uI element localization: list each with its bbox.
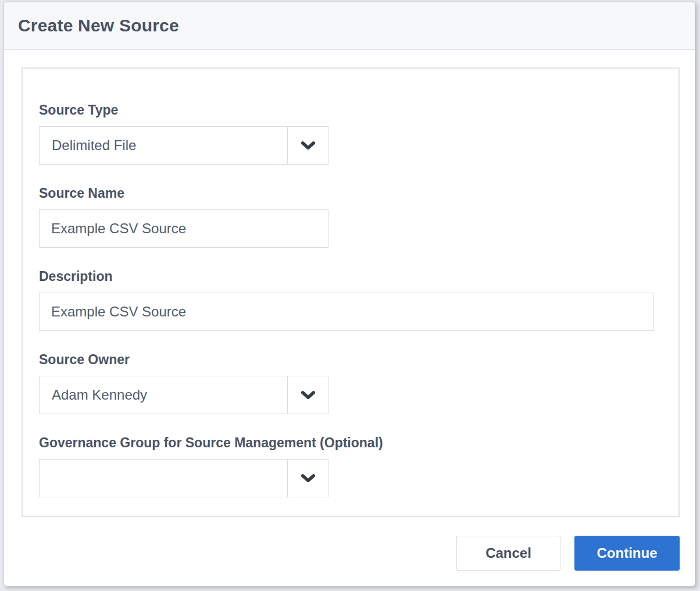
description-label: Description: [39, 269, 662, 284]
source-type-label: Source Type: [39, 102, 662, 118]
source-owner-select[interactable]: Adam Kennedy: [39, 376, 328, 414]
cancel-button[interactable]: Cancel: [456, 536, 560, 571]
chevron-down-icon: [301, 141, 316, 151]
source-type-toggle[interactable]: [287, 127, 328, 164]
governance-group-value: [40, 460, 287, 497]
dialog-title: Create New Source: [18, 16, 179, 35]
chevron-down-icon: [301, 473, 316, 483]
source-type-select[interactable]: Delimited File: [39, 126, 328, 165]
source-name-field: Source Name: [39, 186, 662, 248]
source-owner-value: Adam Kennedy: [40, 376, 287, 414]
governance-group-toggle[interactable]: [287, 460, 328, 497]
source-name-input[interactable]: [39, 209, 328, 248]
create-new-source-dialog: Create New Source Source Type Delimited …: [3, 2, 695, 586]
governance-group-label: Governance Group for Source Management (…: [39, 435, 662, 451]
form-panel: Source Type Delimited File Source Name: [22, 67, 680, 517]
dialog-body: Source Type Delimited File Source Name: [4, 50, 695, 517]
source-type-field: Source Type Delimited File: [39, 102, 662, 165]
governance-group-field: Governance Group for Source Management (…: [39, 435, 662, 497]
source-owner-label: Source Owner: [39, 352, 662, 368]
source-type-value: Delimited File: [40, 127, 287, 164]
source-name-label: Source Name: [39, 186, 662, 201]
source-owner-toggle[interactable]: [287, 376, 328, 414]
dialog-header: Create New Source: [4, 2, 695, 50]
description-input[interactable]: [39, 293, 654, 331]
description-field: Description: [39, 269, 662, 331]
dialog-footer: Cancel Continue: [4, 517, 695, 587]
chevron-down-icon: [301, 390, 316, 400]
governance-group-select[interactable]: [39, 459, 328, 497]
source-owner-field: Source Owner Adam Kennedy: [39, 352, 662, 414]
continue-button[interactable]: Continue: [574, 536, 680, 571]
